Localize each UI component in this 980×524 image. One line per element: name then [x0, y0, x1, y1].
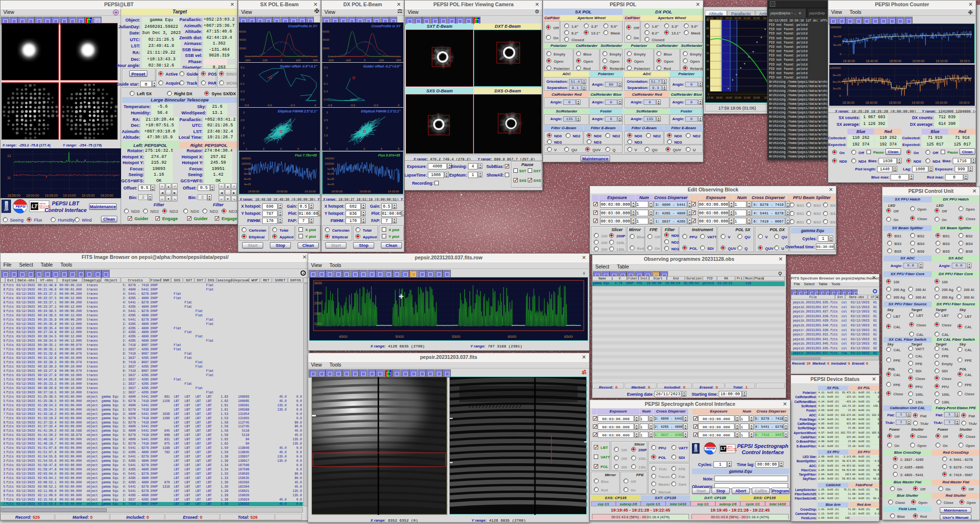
svg-text:2.5: 2.5 [241, 119, 245, 122]
svg-text:2: 2 [326, 126, 328, 129]
svg-text:200: 200 [396, 59, 401, 62]
svg-text:23:00: 23:00 [725, 17, 732, 20]
svg-text:-0.3: -0.3 [323, 90, 328, 93]
svg-text:4e+05: 4e+05 [244, 183, 251, 186]
svg-text:6500: 6500 [564, 334, 573, 339]
svg-text:0: 0 [326, 74, 328, 77]
svg-text:-100: -100 [345, 59, 351, 62]
svg-text:19:10:00: 19:10:00 [304, 190, 316, 193]
svg-text:-0.3: -0.3 [373, 104, 379, 107]
svg-text:19:00:00: 19:00:00 [26, 194, 39, 197]
svg-text:1000: 1000 [314, 322, 322, 326]
svg-text:1400000: 1400000 [325, 157, 334, 160]
svg-text:70: 70 [706, 35, 709, 38]
svg-text:Guider offset -0.8"/-0.1": Guider offset -0.8"/-0.1" [280, 65, 318, 68]
svg-text:18:30:00: 18:30:00 [843, 59, 855, 63]
svg-text:1e+06: 1e+06 [244, 167, 251, 170]
svg-text:18:50:00: 18:50:00 [248, 190, 259, 193]
svg-text:CrossProfile in XY: CrossProfile in XY [371, 24, 401, 28]
svg-text:-0.5: -0.5 [240, 98, 245, 101]
svg-text:1400000: 1400000 [242, 157, 251, 160]
svg-text:20000: 20000 [239, 47, 246, 50]
svg-text:3: 3 [326, 111, 328, 114]
svg-text:0: 0 [708, 93, 709, 96]
svg-text:18:00: 18:00 [716, 96, 723, 99]
svg-text:20000: 20000 [323, 47, 329, 50]
svg-text:5000: 5000 [395, 334, 404, 339]
svg-text:2500: 2500 [314, 291, 322, 295]
svg-text:0: 0 [839, 94, 841, 97]
svg-text:200: 200 [313, 59, 318, 62]
svg-text:-0.1: -0.1 [323, 82, 328, 85]
svg-text:21:00: 21:00 [744, 96, 750, 99]
svg-text:5: 5 [314, 147, 316, 150]
svg-text:18:55:00: 18:55:00 [7, 194, 20, 197]
svg-text:4: 4 [297, 147, 299, 150]
svg-text:-0.3: -0.3 [240, 90, 245, 93]
svg-text:0: 0 [840, 53, 842, 56]
svg-text:0: 0 [364, 59, 366, 62]
svg-text:3: 3 [280, 147, 282, 150]
svg-text:0: 0 [314, 104, 316, 107]
svg-text:Flux 7.78e+05: Flux 7.78e+05 [295, 154, 317, 157]
svg-text:Elliptical FWHM 2.3"/2.1": Elliptical FWHM 2.3"/2.1" [361, 110, 401, 113]
svg-text:60000: 60000 [323, 30, 329, 33]
svg-text:19:00: 19:00 [725, 96, 732, 99]
svg-text:60000: 60000 [239, 30, 246, 33]
svg-text:100: 100 [379, 59, 384, 62]
svg-text:-0.1: -0.1 [240, 82, 245, 85]
svg-text:6e+05: 6e+05 [327, 178, 334, 180]
svg-text:18:50:00: 18:50:00 [889, 59, 902, 63]
svg-text:60: 60 [706, 44, 709, 46]
svg-text:-0.6: -0.6 [350, 104, 356, 107]
svg-text:1: 1 [245, 147, 247, 150]
svg-text:5500: 5500 [452, 334, 460, 339]
svg-text:-0.9: -0.9 [327, 104, 333, 107]
svg-text:100: 100 [296, 59, 301, 62]
svg-text:0.1: 0.1 [241, 66, 245, 69]
svg-text:3: 3 [243, 111, 245, 114]
svg-text:2: 2 [243, 126, 245, 129]
svg-text:12: 12 [7, 154, 11, 157]
svg-text:1: 1 [329, 147, 331, 150]
svg-text:-200: -200 [245, 59, 251, 62]
svg-text:50: 50 [706, 52, 709, 55]
svg-text:5e+05: 5e+05 [833, 44, 842, 46]
svg-text:4e+05: 4e+05 [327, 183, 334, 186]
svg-text:-0.6: -0.6 [267, 104, 272, 107]
svg-text:19:00:00: 19:00:00 [912, 101, 924, 104]
svg-text:80: 80 [706, 27, 709, 30]
svg-text:0: 0 [243, 74, 245, 77]
svg-text:1: 1 [243, 142, 245, 145]
svg-text:-0.9: -0.9 [244, 104, 249, 107]
svg-text:02:00: 02:00 [753, 17, 760, 20]
svg-text:19:10:00: 19:10:00 [935, 59, 948, 63]
svg-text:0.1: 0.1 [324, 66, 328, 69]
svg-text:Elliptical FWHM 2.5"/2.1": Elliptical FWHM 2.5"/2.1" [278, 110, 318, 113]
svg-text:1e+06: 1e+06 [833, 35, 842, 38]
svg-text:1.5: 1.5 [241, 134, 245, 137]
svg-text:19:10:00: 19:10:00 [935, 101, 947, 104]
svg-text:1200000: 1200000 [325, 162, 334, 165]
svg-text:00:00: 00:00 [735, 17, 741, 20]
svg-text:18:50:00: 18:50:00 [889, 101, 901, 104]
svg-text:Flux 8.67e+05: Flux 8.67e+05 [378, 154, 400, 157]
svg-text:1500000: 1500000 [830, 26, 842, 29]
svg-text:90: 90 [706, 19, 709, 22]
svg-text:2.5: 2.5 [324, 119, 328, 122]
svg-text:9e+05: 9e+05 [833, 74, 841, 77]
svg-text:19:20:0: 19:20:0 [959, 101, 969, 104]
svg-text:1.5: 1.5 [324, 134, 328, 137]
svg-text:6000: 6000 [508, 334, 516, 339]
svg-text:10: 10 [706, 85, 709, 88]
svg-text:Guider offset -0.2"/-0.6": Guider offset -0.2"/-0.6" [363, 65, 401, 68]
svg-text:22:00: 22:00 [716, 17, 723, 20]
svg-text:-100: -100 [262, 59, 268, 62]
svg-text:40000: 40000 [239, 38, 246, 41]
svg-text:CrossProfile in XY: CrossProfile in XY [288, 24, 318, 28]
svg-text:19:00:00: 19:00:00 [276, 190, 288, 193]
svg-text:-0.3: -0.3 [290, 104, 295, 107]
svg-text:4500: 4500 [339, 334, 347, 339]
svg-text:-0.5: -0.5 [323, 98, 328, 101]
svg-text:2: 2 [263, 147, 265, 150]
